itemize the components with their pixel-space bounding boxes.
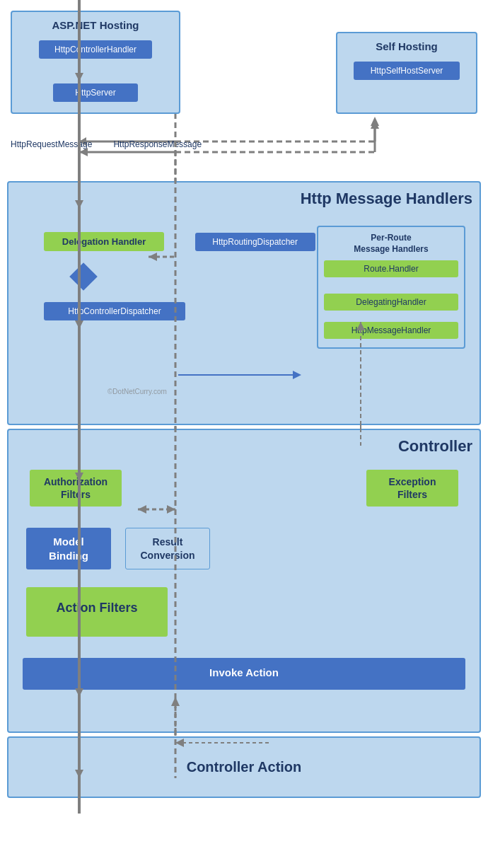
invoke-action-box: Invoke Action	[23, 658, 465, 690]
per-route-box: Per-Route Message Handlers Route.Handler…	[317, 226, 465, 349]
aspnet-hosting-label: ASP.NET Hosting	[19, 19, 172, 31]
controller-title: Controller	[16, 437, 472, 456]
model-binding-box: Model Binding	[26, 528, 111, 569]
self-hosting-label: Self Hosting	[344, 40, 469, 52]
result-conversion-box: Result Conversion	[125, 528, 210, 569]
per-route-label: Per-Route Message Handlers	[324, 233, 458, 255]
http-controller-handler-box: HttpControllerHandler	[39, 40, 152, 59]
handlers-section: Http Message Handlers Delegation Handler…	[7, 181, 481, 425]
route-diamond	[69, 262, 98, 291]
controller-section: Controller Authorization Filters Excepti…	[7, 429, 481, 733]
exception-filters-box: Exception Filters	[366, 470, 458, 507]
controller-action-label: Controller Action	[187, 759, 302, 775]
http-server-box: HttpServer	[53, 83, 138, 102]
http-response-message-label: HttpResponseMessage	[113, 139, 202, 149]
delegating-handler-box: DelegatingHandler	[324, 294, 458, 311]
handlers-title: Http Message Handlers	[16, 190, 472, 208]
watermark: ©DotNetCurry.com	[108, 388, 167, 395]
delegation-handler-box: Delegation Handler	[44, 232, 164, 251]
http-routing-dispatcher-box: HttpRoutingDispatcher	[195, 233, 315, 251]
diagram-container: ASP.NET Hosting HttpControllerHandler Ht…	[0, 0, 488, 868]
self-hosting-box: Self Hosting HttpSelfHostServer	[336, 32, 477, 114]
action-filters-box: Action Filters	[26, 587, 168, 637]
http-request-message-label: HttpRequestMessage	[11, 139, 92, 149]
http-message-handler-box: HttpMessageHandler	[324, 322, 458, 339]
http-controller-dispatcher-box: HttpControllerDispatcher	[44, 302, 185, 320]
controller-action-section: Controller Action	[7, 736, 481, 798]
aspnet-hosting-box: ASP.NET Hosting HttpControllerHandler Ht…	[11, 11, 180, 114]
http-self-host-server-box: HttpSelfHostServer	[354, 62, 460, 80]
authorization-filters-box: Authorization Filters	[30, 470, 122, 507]
route-handler-box: Route.Handler	[324, 260, 458, 277]
